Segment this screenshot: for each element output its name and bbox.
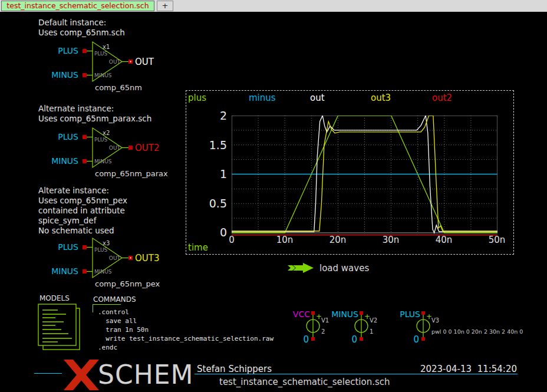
launcher-arrow-icon[interactable] [288, 263, 315, 273]
x-tick-label: 30n [383, 235, 400, 245]
net-label-minus[interactable]: MINUS [331, 309, 358, 319]
pin-core [130, 61, 131, 62]
x-axis-label: time [188, 242, 208, 253]
symbol-pin-label: OUT [109, 255, 121, 261]
pin-square[interactable] [421, 311, 425, 315]
tab-bar: test_instance_schematic_selection.sch + [0, 0, 547, 12]
net-label-minus[interactable]: MINUS [51, 70, 78, 80]
x-tick-label: 10n [276, 235, 294, 245]
models-icon[interactable] [35, 302, 85, 353]
pin-square[interactable] [311, 311, 315, 315]
title-block-line [195, 374, 518, 374]
schematic-filename: test_instance_schematic_selection.sch [219, 377, 390, 387]
symbol-pin-label: OUT [109, 59, 121, 65]
y-tick-label: 1.5 [186, 139, 227, 151]
gnd-label[interactable]: 0 [303, 334, 309, 345]
spice-commands-text[interactable]: .control save all tran 1n 50n write test… [98, 308, 274, 352]
pin-square[interactable] [83, 49, 87, 53]
pin-square[interactable] [311, 337, 315, 341]
y-tick-label: 0 [186, 226, 227, 239]
net-label-out[interactable]: OUT [135, 57, 154, 67]
wave-out3 [232, 116, 497, 231]
timestamp: 2023-04-13 11:54:20 [420, 364, 517, 374]
net-label-out[interactable]: OUT3 [135, 253, 160, 263]
pin-square-out[interactable] [128, 146, 133, 150]
symbol-pin-label: PLUS [94, 51, 108, 57]
waveform-graph[interactable]: plusminusoutout3out2 21.510.50 010n20n30… [186, 90, 514, 255]
vsource-value[interactable]: 1 [370, 328, 373, 335]
vsource-v1[interactable]: VCC + V1 2 0 [293, 309, 329, 345]
legend-minus[interactable]: minus [249, 93, 276, 103]
symbol-name: comp_65nm_parax [95, 169, 168, 178]
comparator-instance-x2[interactable]: PLUS MINUS x2 PLUS MINUS OUT OUT2 comp_6… [24, 121, 206, 180]
new-tab-button[interactable]: + [157, 1, 173, 11]
net-label-minus[interactable]: MINUS [51, 266, 78, 276]
comparator-instance-x3[interactable]: PLUS MINUS x3 PLUS MINUS OUT OUT3 comp_6… [24, 232, 206, 291]
vsource-name[interactable]: V3 [431, 317, 439, 324]
symbol-pin-label: MINUS [94, 159, 112, 164]
legend-out2[interactable]: out2 [432, 93, 452, 103]
net-label-plus[interactable]: PLUS [58, 242, 78, 252]
pin-square[interactable] [83, 159, 87, 163]
xschem-logo-text: SCHEM [98, 362, 194, 388]
legend-out[interactable]: out [310, 93, 325, 103]
vsource-name[interactable]: V2 [370, 317, 377, 324]
symbol-name: comp_65nm [95, 83, 142, 92]
y-tick-label: 1 [186, 167, 227, 180]
x-tick-label: 20n [329, 235, 347, 245]
net-label-plus[interactable]: PLUS [400, 309, 420, 319]
xschem-logo-x-icon [59, 357, 104, 391]
models-label: MODELS [39, 294, 70, 302]
symbol-pin-label: OUT [109, 145, 121, 151]
vsource-name[interactable]: V1 [321, 317, 329, 324]
voltage-sources: VCC + V1 2 0 MINUS + V2 1 0 PLUS + V3 pw… [292, 308, 533, 345]
net-label-plus[interactable]: PLUS [58, 132, 78, 141]
vsource-value[interactable]: 2 [321, 328, 325, 335]
symbol-pin-label: MINUS [94, 269, 112, 275]
pin-core [130, 258, 131, 259]
x-tick-label: 50n [489, 235, 506, 245]
net-label-plus[interactable]: PLUS [58, 46, 78, 55]
commands-bracket [93, 304, 121, 305]
y-tick-label: 2 [186, 109, 227, 122]
instance1-description: Default instance: Uses comp_65nm.sch [38, 18, 125, 38]
instance2-description: Alternate instance: Uses comp_65nm_parax… [38, 104, 151, 124]
vsource-value[interactable]: pwl 0 0 10n 0 20n 2 30n 2 40n 0 [431, 328, 523, 335]
instance-ref: x3 [103, 240, 110, 246]
tab-active-schematic[interactable]: test_instance_schematic_selection.sch [1, 1, 154, 11]
symbol-pin-label: PLUS [94, 247, 108, 253]
instance-ref: x2 [103, 130, 110, 136]
symbol-pin-label: MINUS [94, 73, 112, 78]
pin-square[interactable] [83, 135, 87, 139]
x-tick-label: 0 [229, 235, 235, 245]
wave-plot [232, 116, 497, 237]
x-tick-label: 40n [436, 235, 453, 245]
gnd-label[interactable]: 0 [351, 334, 357, 345]
pin-square[interactable] [360, 337, 363, 341]
vsource-v3[interactable]: PLUS + V3 pwl 0 0 10n 0 20n 2 30n 2 40n … [400, 309, 523, 345]
pin-square[interactable] [83, 269, 87, 274]
instance-ref: x1 [103, 44, 110, 50]
y-tick-label: 0.5 [186, 197, 227, 210]
commands-bracket [93, 304, 93, 312]
pin-square[interactable] [421, 337, 425, 341]
pin-square[interactable] [360, 311, 363, 315]
pin-square[interactable] [83, 245, 87, 249]
comparator-instance-x1[interactable]: PLUS MINUS x1 PLUS MINUS OUT OUT comp_65… [24, 35, 206, 94]
author-name: Stefan Schippers [197, 364, 272, 374]
instance3-description: Alterate instance: Uses comp_65nm_pex co… [38, 186, 127, 236]
symbol-pin-label: PLUS [94, 137, 108, 143]
net-label-vcc[interactable]: VCC [293, 309, 310, 319]
net-label-out[interactable]: OUT2 [135, 143, 160, 153]
net-label-minus[interactable]: MINUS [51, 156, 78, 166]
legend-plus[interactable]: plus [188, 93, 206, 103]
pin-square[interactable] [83, 73, 87, 77]
title-block-line [34, 373, 62, 374]
vsource-v2[interactable]: MINUS + V2 1 0 [331, 309, 377, 345]
commands-label: COMMANDS [93, 295, 136, 304]
gnd-label[interactable]: 0 [413, 334, 419, 345]
symbol-name: comp_65nm_pex [95, 279, 160, 288]
legend-out3[interactable]: out3 [371, 93, 391, 103]
load-waves-label[interactable]: load waves [319, 263, 369, 274]
